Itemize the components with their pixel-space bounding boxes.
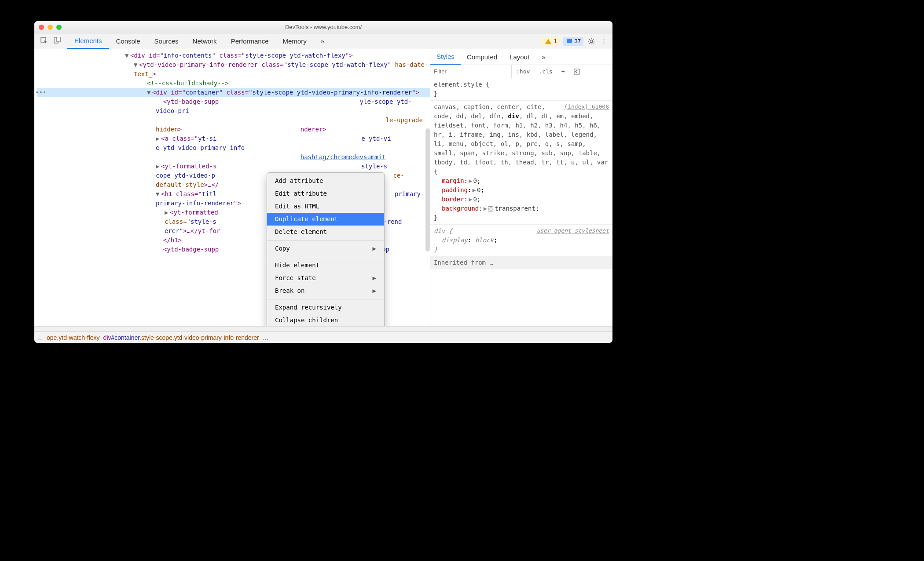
more-icon[interactable]: ⋮ <box>599 37 608 46</box>
svg-rect-5 <box>574 69 579 74</box>
svg-point-4 <box>590 40 593 43</box>
main-toolbar: Elements Console Sources Network Perform… <box>34 33 612 49</box>
tab-memory[interactable]: Memory <box>276 33 314 49</box>
panel-tabs: Elements Console Sources Network Perform… <box>67 33 331 49</box>
dom-comment[interactable]: <!--css-build:shady--> <box>37 79 430 88</box>
tab-performance[interactable]: Performance <box>224 33 276 49</box>
ctx-item[interactable]: Copy▶ <box>267 242 384 255</box>
dom-node[interactable]: <ytd-badge-supp yle-scope ytd-video-pri … <box>37 97 430 134</box>
svg-rect-2 <box>57 37 60 42</box>
settings-icon[interactable] <box>587 37 596 46</box>
stab-computed[interactable]: Computed <box>461 49 503 65</box>
ctx-item-label: Add attribute <box>275 176 323 186</box>
breadcrumb-ellipsis[interactable]: … <box>263 334 269 341</box>
devtools-window: DevTools - www.youtube.com/ Elements Con… <box>34 21 612 343</box>
tab-network[interactable]: Network <box>186 33 224 49</box>
ctx-item-label: Edit attribute <box>275 189 327 198</box>
minimize-icon[interactable] <box>48 25 53 30</box>
styles-tabs: Styles Computed Layout » <box>430 49 612 65</box>
svg-rect-3 <box>567 39 572 43</box>
ctx-item[interactable]: Edit as HTML <box>267 200 384 213</box>
context-menu: Add attributeEdit attributeEdit as HTMLD… <box>267 172 385 326</box>
window-controls <box>39 25 62 30</box>
ctx-item[interactable]: Edit attribute <box>267 187 384 200</box>
styles-toolbar: :hov .cls + <box>430 65 612 78</box>
inherited-header: Inherited from … <box>430 256 612 269</box>
ctx-item[interactable]: Hide element <box>267 259 384 272</box>
breadcrumb-ellipsis[interactable]: … <box>37 334 43 341</box>
dom-node-selected[interactable]: •••▼<div id="container" class="style-sco… <box>37 88 430 97</box>
tab-elements[interactable]: Elements <box>67 33 109 49</box>
ctx-item[interactable]: Break on▶ <box>267 284 384 297</box>
style-rule[interactable]: element.style { } <box>430 78 612 101</box>
elements-tree[interactable]: ▼<div id="info-contents" class="style-sc… <box>34 49 430 326</box>
rule-source-ua: user agent stylesheet <box>537 226 609 235</box>
styles-pane: Styles Computed Layout » :hov .cls + ele… <box>430 49 612 326</box>
tab-sources[interactable]: Sources <box>147 33 186 49</box>
window-title: DevTools - www.youtube.com/ <box>34 24 612 30</box>
ctx-item-label: Copy <box>275 244 290 253</box>
styles-filter-input[interactable] <box>430 65 511 78</box>
ctx-item[interactable]: Force state▶ <box>267 272 384 284</box>
horizontal-scrollbar[interactable] <box>34 326 612 332</box>
ctx-item-label: Duplicate element <box>275 215 338 224</box>
ctx-item[interactable]: Duplicate element <box>267 213 384 226</box>
titlebar: DevTools - www.youtube.com/ <box>34 21 612 33</box>
inspect-icon[interactable] <box>40 37 48 45</box>
stabs-overflow[interactable]: » <box>535 49 551 65</box>
ctx-item-label: Hide element <box>275 261 319 270</box>
hov-button[interactable]: :hov <box>512 65 534 78</box>
ellipsis-icon[interactable]: ••• <box>35 88 46 97</box>
rule-source-link[interactable]: (index):61008 <box>564 102 609 111</box>
ctx-item[interactable]: Add attribute <box>267 175 384 187</box>
tab-console[interactable]: Console <box>109 33 147 49</box>
color-swatch-icon[interactable] <box>488 206 493 211</box>
style-rule[interactable]: (index):61008 canvas, caption, center, c… <box>430 101 612 225</box>
breadcrumb-item-selected[interactable]: div#container.style-scope.ytd-video-prim… <box>103 334 259 341</box>
dom-node[interactable]: ▶<a class="yt-si e ytd-vie ytd-video-pri… <box>37 134 430 162</box>
stab-styles[interactable]: Styles <box>430 49 461 65</box>
submenu-arrow-icon: ▶ <box>373 273 376 283</box>
styles-rules[interactable]: element.style { } (index):61008 canvas, … <box>430 78 612 326</box>
breadcrumb-item[interactable]: ope.ytd-watch-flexy <box>47 334 100 341</box>
breadcrumbs: … ope.ytd-watch-flexy div#container.styl… <box>34 332 612 343</box>
issues-count: 37 <box>575 38 581 44</box>
submenu-arrow-icon: ▶ <box>373 286 376 295</box>
warnings-badge[interactable]: 1 <box>542 37 559 46</box>
issues-badge[interactable]: 37 <box>563 37 583 46</box>
add-rule-button[interactable]: + <box>557 65 569 78</box>
ctx-item[interactable]: Collapse children <box>267 314 384 326</box>
ctx-item-label: Expand recursively <box>275 303 342 312</box>
style-rule-ua[interactable]: user agent stylesheet div { display: blo… <box>430 225 612 256</box>
dom-node[interactable]: ▼<ytd-video-primary-info-renderer class=… <box>37 60 430 79</box>
ctx-item-label: Delete element <box>275 227 327 237</box>
submenu-arrow-icon: ▶ <box>373 244 376 253</box>
ctx-item[interactable]: Delete element <box>267 226 384 238</box>
ctx-item-label: Force state <box>275 273 316 283</box>
cls-button[interactable]: .cls <box>534 65 557 78</box>
tabs-overflow[interactable]: » <box>314 33 331 49</box>
warnings-count: 1 <box>554 38 557 44</box>
device-icon[interactable] <box>54 37 61 45</box>
stab-layout[interactable]: Layout <box>503 49 535 65</box>
zoom-icon[interactable] <box>56 25 62 30</box>
ctx-separator <box>267 240 384 240</box>
ctx-item[interactable]: Expand recursively <box>267 301 384 314</box>
ctx-item-label: Edit as HTML <box>275 202 319 211</box>
ctx-separator <box>267 299 384 299</box>
ctx-item-label: Collapse children <box>275 316 338 325</box>
ctx-separator <box>267 257 384 257</box>
dom-node[interactable]: ▼<div id="info-contents" class="style-sc… <box>37 51 430 60</box>
ctx-item-label: Break on <box>275 286 304 295</box>
toggle-pane-icon[interactable] <box>569 65 585 78</box>
scrollbar-thumb[interactable] <box>425 128 430 251</box>
close-icon[interactable] <box>39 25 44 30</box>
